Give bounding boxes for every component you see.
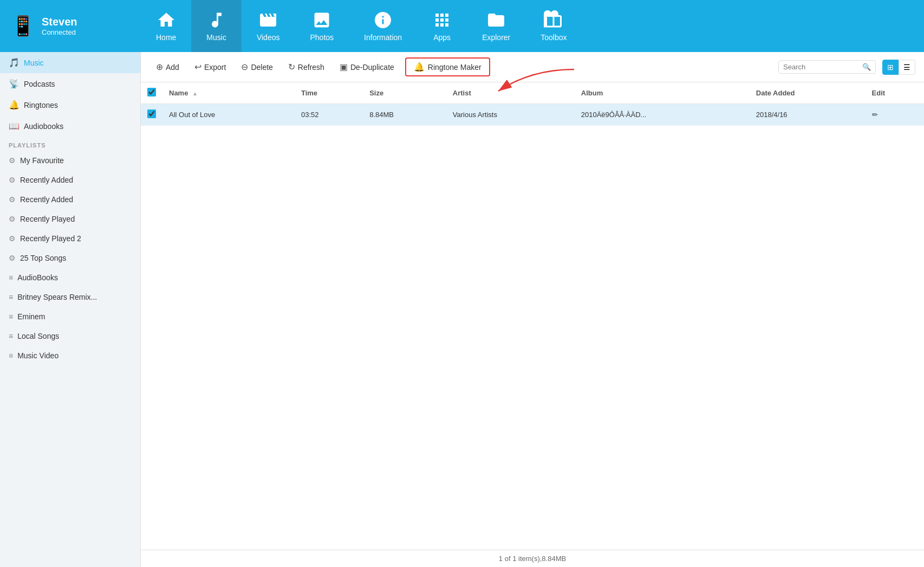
nav-item-explorer[interactable]: Explorer (467, 0, 525, 52)
gear-icon-4: ⚙ (9, 215, 16, 223)
nav-item-home[interactable]: Home (141, 0, 191, 52)
sidebar-item-music[interactable]: 🎵 Music (0, 52, 140, 73)
nav-label-explorer: Explorer (482, 33, 510, 42)
nav-label-videos: Videos (257, 33, 280, 42)
playlist-label-local-songs: Local Songs (17, 332, 59, 340)
ringtone-bell-icon: 🔔 (414, 62, 425, 72)
row-artist: Various Artists (446, 104, 575, 126)
row-album: 2010Äë9ÔÂÂ·ÀÄD... (575, 104, 750, 126)
deduplicate-button[interactable]: ▣ De-Duplicate (333, 59, 401, 75)
sort-icon-name: ▲ (192, 91, 198, 96)
nav-item-information[interactable]: Information (349, 0, 417, 52)
nav-label-information: Information (364, 33, 402, 42)
select-all-col (141, 82, 162, 104)
add-button[interactable]: ⊕ Add (149, 59, 186, 75)
search-box[interactable]: 🔍 (778, 60, 876, 74)
sidebar-playlist-music-video[interactable]: ≡ Music Video (0, 346, 140, 365)
top-nav: 📱 Steven Connected Home Music Videos Pho… (0, 0, 924, 52)
row-size: 8.84MB (363, 104, 446, 126)
playlist-label-music-video: Music Video (17, 351, 58, 360)
export-icon: ↩ (194, 62, 201, 72)
sidebar-playlist-my-favourite[interactable]: ⚙ My Favourite (0, 151, 140, 170)
search-icon: 🔍 (862, 63, 871, 71)
search-input[interactable] (783, 63, 859, 71)
gear-icon-1: ⚙ (9, 156, 16, 165)
gear-icon-5: ⚙ (9, 234, 16, 243)
nav-item-videos[interactable]: Videos (242, 0, 295, 52)
sidebar-label-music: Music (24, 59, 44, 67)
nav-item-music[interactable]: Music (191, 0, 242, 52)
select-all-checkbox[interactable] (147, 88, 156, 96)
phone-icon: 📱 (11, 15, 35, 37)
toolbar: ⊕ Add ↩ Export ⊖ Delete ↻ Refresh ▣ De-D… (141, 52, 924, 82)
device-text: Steven Connected (42, 16, 77, 36)
col-name: Name ▲ (162, 82, 295, 104)
export-button[interactable]: ↩ Export (188, 59, 232, 75)
gear-icon-6: ⚙ (9, 254, 16, 262)
delete-button[interactable]: ⊖ Delete (235, 59, 279, 75)
playlist-label-recently-played-2: Recently Played 2 (20, 234, 81, 243)
nav-label-toolbox: Toolbox (541, 33, 567, 42)
refresh-icon: ↻ (288, 62, 295, 72)
nav-item-apps[interactable]: Apps (417, 0, 467, 52)
sidebar-playlist-britney-spears[interactable]: ≡ Britney Spears Remix... (0, 287, 140, 307)
list-icon-2: ≡ (9, 293, 13, 301)
col-time: Time (295, 82, 363, 104)
refresh-button[interactable]: ↻ Refresh (282, 59, 331, 75)
row-name: All Out of Love (162, 104, 295, 126)
col-edit: Edit (866, 82, 924, 104)
gear-icon-3: ⚙ (9, 195, 16, 204)
sidebar-playlist-recently-played-2[interactable]: ⚙ Recently Played 2 (0, 229, 140, 248)
sidebar-playlist-25-top-songs[interactable]: ⚙ 25 Top Songs (0, 248, 140, 268)
playlist-label-recently-added-2: Recently Added (20, 195, 73, 204)
nav-label-photos: Photos (310, 33, 334, 42)
podcast-icon: 📡 (9, 79, 19, 89)
playlists-section-label: PLAYLISTS (0, 137, 140, 151)
playlist-label-audiobooks: AudioBooks (17, 273, 58, 282)
refresh-label: Refresh (298, 63, 324, 72)
row-edit[interactable]: ✏ (866, 104, 924, 126)
nav-item-photos[interactable]: Photos (295, 0, 349, 52)
view-buttons: ⊞ ☰ (882, 60, 915, 75)
sidebar-playlist-local-songs[interactable]: ≡ Local Songs (0, 326, 140, 346)
table-header-row: Name ▲ Time Size Artist Al (141, 82, 924, 104)
row-date-added: 2018/4/16 (750, 104, 866, 126)
sidebar-playlist-audiobooks[interactable]: ≡ AudioBooks (0, 268, 140, 287)
sidebar-item-ringtones[interactable]: 🔔 Ringtones (0, 94, 140, 115)
status-bar: 1 of 1 item(s),8.84MB (141, 550, 924, 567)
playlist-label-my-favourite: My Favourite (20, 156, 64, 165)
device-name: Steven (42, 16, 77, 28)
row-checkbox[interactable] (147, 109, 156, 118)
col-size: Size (363, 82, 446, 104)
list-icon-4: ≡ (9, 332, 13, 340)
grid-icon: ⊞ (887, 63, 894, 72)
sidebar-label-audiobooks: Audiobooks (24, 122, 63, 131)
playlist-label-recently-played-1: Recently Played (20, 215, 75, 223)
add-label: Add (166, 63, 179, 72)
table-row: All Out of Love 03:52 8.84MB Various Art… (141, 104, 924, 126)
sidebar-label-ringtones: Ringtones (24, 101, 58, 109)
nav-label-music: Music (206, 33, 226, 42)
sidebar-playlist-recently-added-2[interactable]: ⚙ Recently Added (0, 190, 140, 209)
ringtone-maker-button[interactable]: 🔔 Ringtone Maker (405, 57, 490, 76)
sidebar-playlist-recently-added-1[interactable]: ⚙ Recently Added (0, 170, 140, 190)
playlist-label-recently-added-1: Recently Added (20, 176, 73, 184)
table-area: Name ▲ Time Size Artist Al (141, 82, 924, 550)
col-date-added: Date Added (750, 82, 866, 104)
list-view-button[interactable]: ☰ (899, 60, 915, 75)
music-note-icon: 🎵 (9, 57, 19, 68)
col-album: Album (575, 82, 750, 104)
status-text: 1 of 1 item(s),8.84MB (499, 555, 566, 563)
col-artist: Artist (446, 82, 575, 104)
grid-view-button[interactable]: ⊞ (882, 60, 899, 75)
deduplicate-label: De-Duplicate (350, 63, 394, 72)
sidebar-playlist-recently-played-1[interactable]: ⚙ Recently Played (0, 209, 140, 229)
nav-item-toolbox[interactable]: Toolbox (525, 0, 582, 52)
add-icon: ⊕ (156, 62, 163, 72)
sidebar-playlist-eminem[interactable]: ≡ Eminem (0, 307, 140, 326)
sidebar-label-podcasts: Podcasts (24, 80, 55, 88)
sidebar-item-podcasts[interactable]: 📡 Podcasts (0, 73, 140, 94)
sidebar-item-audiobooks[interactable]: 📖 Audiobooks (0, 115, 140, 137)
export-label: Export (204, 63, 226, 72)
main-layout: 🎵 Music 📡 Podcasts 🔔 Ringtones 📖 Audiobo… (0, 52, 924, 567)
